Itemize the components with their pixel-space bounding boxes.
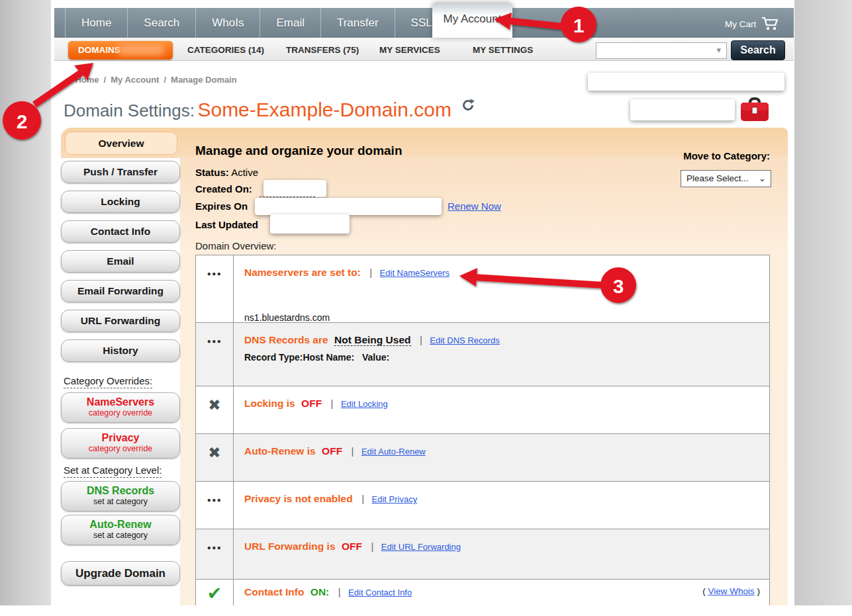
my-cart-button[interactable]: My Cart [725, 17, 780, 31]
separator: | [331, 398, 334, 409]
breadcrumb-manage-domain: Manage Domain [171, 75, 237, 85]
breadcrumb-my-account[interactable]: My Account [111, 75, 159, 85]
row-title: Contact Info [244, 586, 304, 597]
domain-search-select[interactable]: ▾ [596, 42, 727, 59]
last-updated-label: Last Updated [195, 219, 258, 230]
sidebar-category-auto-renew[interactable]: Auto-Renew set at category [61, 515, 180, 545]
subnav-item-transfers[interactable]: TRANSFERS (75) [286, 45, 359, 55]
edit-contact-info-link[interactable]: Edit Contact Info [348, 588, 412, 597]
bottom-cutoff [0, 605, 852, 616]
subnav-item-my-settings[interactable]: MY SETTINGS [473, 45, 533, 55]
paren: ) [757, 586, 761, 596]
page-margin-left [0, 0, 51, 605]
chevron-down-icon: ⌄ [759, 171, 766, 187]
redaction-box [255, 198, 442, 215]
chevron-down-icon: ▾ [716, 45, 721, 55]
dots-icon: ●●● [207, 544, 222, 579]
sidebar-tab-contact-info[interactable]: Contact Info [61, 220, 180, 243]
sidebar-tab-overview[interactable]: Overview [65, 132, 177, 155]
table-row-contact-info: ✔ Contact Info ON: | Edit Contact Info (… [196, 580, 769, 606]
table-row-dns-records: ●●● DNS Records are Not Being Used | Edi… [196, 323, 769, 386]
breadcrumb-home[interactable]: Home [75, 75, 99, 85]
page-title-domain: Some-Example-Domain.com [197, 99, 451, 120]
nav-tab-whois[interactable]: WhoIs [196, 8, 260, 38]
domain-overview-label: Domain Overview: [195, 240, 277, 251]
nav-tab-home[interactable]: Home [65, 8, 128, 38]
redaction-blur [117, 44, 165, 56]
sidebar-tab-url-forwarding[interactable]: URL Forwarding [61, 310, 180, 332]
override-name: NameServers [62, 396, 179, 408]
edit-privacy-link[interactable]: Edit Privacy [372, 494, 418, 504]
sidebar-tab-locking[interactable]: Locking [61, 191, 180, 213]
category-name: DNS Records [62, 485, 179, 497]
sidebar-override-nameservers[interactable]: NameServers category override [61, 392, 180, 423]
expires-label: Expires On [195, 200, 248, 212]
table-row-url-forwarding: ●●● URL Forwarding is OFF | Edit URL For… [196, 529, 769, 580]
move-to-category-label: Move to Category: [629, 150, 770, 161]
set-at-category-heading: Set at Category Level: [64, 464, 162, 478]
edit-nameservers-link[interactable]: Edit NameServers [380, 268, 450, 278]
page-margin-right [794, 0, 852, 605]
category-sub: set at category [62, 531, 179, 540]
toolbox-icon[interactable] [739, 97, 771, 123]
created-label: Created On: [195, 183, 252, 195]
sidebar-tab-email[interactable]: Email [61, 250, 180, 273]
breadcrumb: ⌂ Home / My Account / Manage Domain [64, 75, 237, 85]
sidebar-tab-email-forwarding[interactable]: Email Forwarding [61, 280, 180, 302]
subnav-item-categories[interactable]: CATEGORIES (14) [187, 45, 264, 55]
row-value: Not Being Used [334, 334, 410, 346]
override-name: Privacy [62, 432, 179, 444]
upgrade-domain-button[interactable]: Upgrade Domain [61, 561, 180, 586]
home-icon: ⌂ [64, 75, 69, 85]
category-sub: set at category [62, 497, 179, 506]
row-title: Privacy is not enabled [244, 493, 353, 504]
sidebar-tab-push-transfer[interactable]: Push / Transfer [61, 161, 180, 183]
refresh-icon[interactable] [461, 98, 475, 112]
separator: | [338, 586, 341, 597]
redaction-box [263, 180, 326, 197]
paren: ( [702, 586, 706, 596]
row-value: OFF [301, 398, 322, 409]
row-value: ON: [310, 586, 329, 597]
dns-record-headers: Record Type:Host Name: Value: [244, 351, 760, 365]
row-title: Auto-Renew is [244, 445, 316, 457]
view-whois-link[interactable]: View Whois [708, 586, 754, 596]
dashed-underline [260, 197, 315, 197]
separator: | [361, 493, 364, 504]
nav-tab-email[interactable]: Email [260, 8, 321, 38]
redaction-box [630, 99, 735, 120]
sidebar-override-privacy[interactable]: Privacy category override [61, 428, 180, 459]
category-overrides-heading: Category Overrides: [64, 375, 152, 388]
cross-icon: ✖ [208, 398, 220, 433]
separator: | [371, 541, 373, 552]
subnav-item-my-services[interactable]: MY SERVICES [379, 45, 440, 55]
edit-url-forwarding-link[interactable]: Edit URL Forwarding [381, 542, 461, 552]
nav-tab-my-account[interactable]: My Account [432, 3, 512, 38]
row-title: URL Forwarding is [244, 541, 336, 552]
page: Home Search WhoIs Email Transfer SSL My … [0, 0, 852, 616]
redaction-box [270, 214, 350, 234]
nav-tab-transfer[interactable]: Transfer [321, 8, 395, 38]
override-sub: category override [62, 444, 179, 453]
table-row-auto-renew: ✖ Auto-Renew is OFF | Edit Auto-Renew [196, 434, 769, 482]
nav-tab-search[interactable]: Search [128, 8, 196, 38]
subnav-item-domains[interactable]: DOMAINS [68, 41, 173, 60]
check-icon: ✔ [207, 586, 222, 606]
separator: | [420, 334, 422, 345]
edit-locking-link[interactable]: Edit Locking [341, 399, 388, 409]
row-value: OFF [322, 445, 342, 457]
sidebar-tab-history[interactable]: History [61, 339, 180, 362]
table-row-privacy: ●●● Privacy is not enabled | Edit Privac… [196, 482, 769, 529]
search-button[interactable]: Search [731, 40, 785, 60]
override-sub: category override [62, 408, 179, 418]
status-line: Status: Active [195, 167, 258, 178]
renew-now-link[interactable]: Renew Now [448, 200, 501, 212]
breadcrumb-separator: / [164, 75, 166, 85]
view-whois-wrap: ( View Whois ) [702, 586, 760, 596]
edit-dns-records-link[interactable]: Edit DNS Records [430, 335, 499, 345]
move-to-category-select[interactable]: Please Select... ⌄ [681, 170, 771, 187]
my-cart-label: My Cart [725, 19, 756, 29]
edit-auto-renew-link[interactable]: Edit Auto-Renew [361, 447, 426, 457]
sidebar-category-dns-records[interactable]: DNS Records set at category [61, 481, 180, 511]
row-value: OFF [342, 541, 362, 552]
